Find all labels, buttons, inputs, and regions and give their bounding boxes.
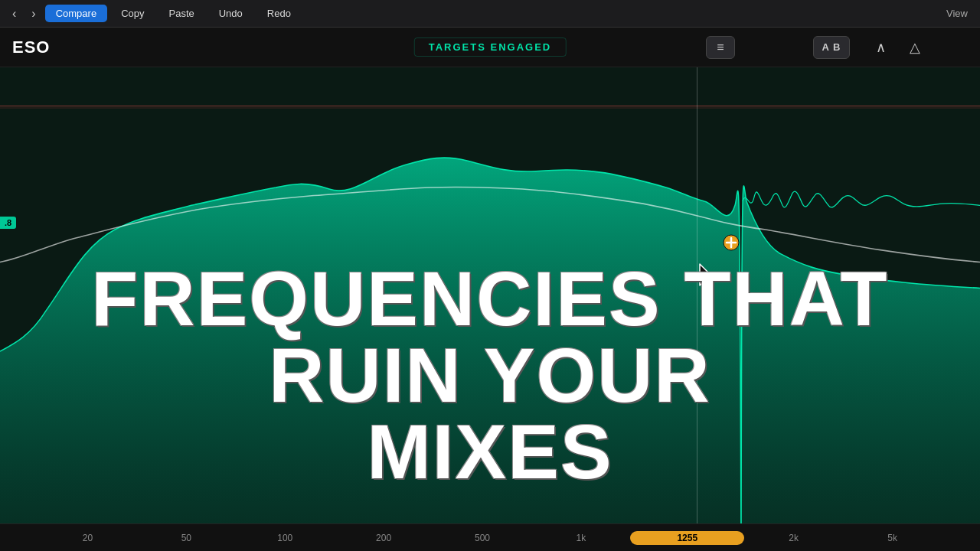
freq-value-label: .8 bbox=[0, 217, 16, 229]
reference-line bbox=[0, 106, 980, 106]
plugin-name: ESO bbox=[12, 37, 50, 57]
redo-button[interactable]: Redo bbox=[256, 5, 302, 22]
wave-icon-button[interactable]: ∧ bbox=[870, 36, 892, 59]
paste-button[interactable]: Paste bbox=[158, 5, 204, 22]
frequency-axis: 20 50 100 200 500 1k 1255 2k 5k bbox=[0, 523, 980, 551]
eq-chart bbox=[0, 67, 980, 551]
freq-5k: 5k bbox=[843, 533, 942, 543]
ab-button[interactable]: A B bbox=[813, 36, 850, 59]
chart-area: .8 bbox=[0, 67, 980, 551]
targets-engaged-badge: TARGETS ENGAGED bbox=[414, 37, 567, 57]
freq-1255-highlight: 1255 bbox=[630, 531, 744, 545]
forward-button[interactable]: › bbox=[25, 4, 41, 24]
plugin-header: ESO TARGETS ENGAGED ≡ A B ∧ △ bbox=[0, 28, 980, 67]
copy-button[interactable]: Copy bbox=[110, 5, 155, 22]
back-button[interactable]: ‹ bbox=[6, 4, 22, 24]
compare-button[interactable]: Compare bbox=[45, 5, 107, 22]
freq-500: 500 bbox=[433, 533, 532, 543]
freq-50: 50 bbox=[137, 533, 236, 543]
frequency-cursor-line bbox=[697, 67, 697, 551]
freq-axis-inner: 20 50 100 200 500 1k 1255 2k 5k bbox=[38, 531, 942, 545]
plus-cursor-indicator bbox=[723, 234, 740, 251]
triangle-icon-button[interactable]: △ bbox=[903, 36, 926, 59]
toolbar: ‹ › Compare Copy Paste Undo Redo View bbox=[0, 0, 980, 28]
view-label: View bbox=[946, 8, 974, 19]
freq-2k: 2k bbox=[744, 533, 843, 543]
freq-20: 20 bbox=[38, 533, 137, 543]
freq-200: 200 bbox=[335, 533, 433, 543]
undo-button[interactable]: Undo bbox=[208, 5, 253, 22]
freq-1k: 1k bbox=[531, 533, 630, 543]
freq-100: 100 bbox=[236, 533, 335, 543]
menu-button[interactable]: ≡ bbox=[706, 36, 735, 59]
